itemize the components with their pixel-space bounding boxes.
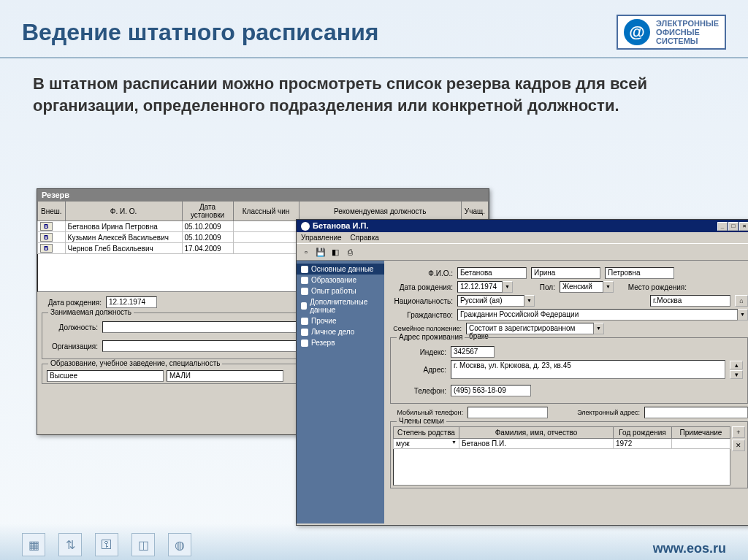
family-empty-area: [393, 449, 730, 486]
minimize-button[interactable]: _: [717, 222, 728, 231]
tool-icon[interactable]: ◧: [329, 245, 342, 258]
down-icon[interactable]: ▾: [730, 370, 743, 379]
dob-field[interactable]: 12.12.1974: [457, 281, 503, 293]
logo-line2: ОФИСНЫЕ: [656, 28, 719, 37]
col-uch[interactable]: Учащ.: [461, 202, 488, 221]
col-relation[interactable]: Степень родства: [394, 427, 459, 439]
menu-control[interactable]: Управление: [301, 234, 342, 242]
nav-reserve[interactable]: Резерв: [297, 337, 384, 348]
nav-other[interactable]: Прочие: [297, 315, 384, 326]
address-group: Адрес проживания Индекс: 342567 Адрес: г…: [390, 337, 748, 404]
plus-icon: [301, 302, 307, 310]
footer-icon-1: ▦: [22, 533, 45, 556]
reserve-title-bar[interactable]: Резерв: [37, 189, 489, 201]
cell-date: 17.04.2009: [182, 243, 233, 254]
col-ext[interactable]: Внеш.: [38, 202, 66, 221]
col-fio[interactable]: Фамилия, имя, отчество: [459, 427, 614, 439]
col-fio[interactable]: Ф. И. О.: [65, 202, 182, 221]
col-note[interactable]: Примечание: [672, 427, 730, 439]
footer-icon-4: ◫: [131, 533, 155, 556]
birthplace-label: Место рождения:: [624, 283, 687, 291]
add-row-icon[interactable]: +: [732, 426, 745, 438]
addr-label: Адрес:: [395, 366, 446, 374]
reserve-icon: [301, 340, 308, 347]
edu-school-field[interactable]: МАЛИ: [167, 370, 283, 382]
fio-label: Ф.И.О.:: [390, 269, 453, 277]
col-year[interactable]: Год рождения: [614, 427, 672, 439]
marital-field[interactable]: Состоит в зарегистрированном браке: [466, 323, 594, 334]
firstname-field[interactable]: Ирина: [531, 267, 600, 279]
save-icon[interactable]: 💾: [314, 245, 327, 258]
family-group: Члены семьи Степень родства Фамилия, имя…: [390, 421, 748, 488]
chevron-down-icon[interactable]: ▼: [738, 309, 748, 321]
chevron-down-icon[interactable]: ▼: [503, 281, 513, 293]
edu-icon: [301, 277, 308, 284]
cell-note: [672, 439, 730, 449]
person-title-bar[interactable]: Бетанова И.П. _ □ ×: [297, 220, 748, 232]
email-label: Электронный адрес:: [567, 409, 640, 416]
chevron-down-icon[interactable]: ▼: [524, 295, 535, 307]
home-icon[interactable]: ⌂: [735, 295, 748, 307]
chevron-down-icon[interactable]: ▼: [603, 281, 614, 293]
nav-tree[interactable]: Основные данные Образование Опыт работы …: [297, 261, 384, 523]
ext-button[interactable]: В: [40, 222, 53, 231]
delete-row-icon[interactable]: ✕: [732, 440, 745, 451]
addr-field[interactable]: г. Москва, ул. Крюкова, д. 23, кв.45: [451, 360, 725, 379]
edu-level-field[interactable]: Высшее: [47, 370, 164, 382]
nav-education[interactable]: Образование: [297, 275, 384, 285]
logo-line1: ЭЛЕКТРОННЫЕ: [656, 19, 719, 28]
nav-label: Образование: [311, 276, 356, 284]
index-field[interactable]: 342567: [451, 346, 495, 358]
doc-icon: [301, 266, 308, 273]
lastname-field[interactable]: Бетанова: [457, 267, 527, 279]
edu-group-title: Образование, учебное заведение, специаль…: [48, 359, 222, 367]
patronymic-field[interactable]: Петровна: [605, 267, 674, 279]
nav-label: Личное дело: [311, 328, 354, 336]
print-icon[interactable]: ⎙: [343, 245, 356, 258]
nav-personal-file[interactable]: Личное дело: [297, 326, 384, 337]
birthplace-field[interactable]: г.Москва: [650, 295, 730, 307]
nav-label: Опыт работы: [311, 287, 356, 295]
logo-text: ЭЛЕКТРОННЫЕ ОФИСНЫЕ СИСТЕМЫ: [656, 19, 719, 45]
cell-fio: Чернов Глеб Васильевич: [65, 243, 182, 254]
family-group-title: Члены семьи: [397, 417, 446, 425]
nat-field[interactable]: Русский (ая): [457, 295, 524, 307]
footer-icons: ▦ ⇅ ⚿ ◫ ◍: [22, 533, 191, 556]
col-pos[interactable]: Рекомендуемая должность: [299, 202, 461, 221]
nav-additional[interactable]: Дополнительные данные: [297, 296, 384, 315]
sex-field[interactable]: Женский: [560, 281, 603, 293]
chevron-down-icon[interactable]: ▼: [594, 323, 604, 334]
new-icon[interactable]: ▫: [299, 245, 313, 258]
menu-help[interactable]: Справка: [351, 234, 379, 242]
position-label: Должность:: [47, 323, 98, 331]
cell-date: 05.10.2009: [182, 221, 233, 232]
ext-button[interactable]: В: [40, 233, 53, 242]
col-chin[interactable]: Классный чин: [233, 202, 299, 221]
nav-experience[interactable]: Опыт работы: [297, 285, 384, 296]
cell-chin: [233, 221, 299, 232]
family-table[interactable]: Степень родства Фамилия, имя, отчество Г…: [393, 426, 730, 449]
col-date[interactable]: Дата установки: [182, 202, 233, 221]
email-field[interactable]: [644, 407, 748, 418]
slide-title: Ведение штатного расписания: [22, 19, 379, 46]
nav-main-data[interactable]: Основные данные: [297, 264, 384, 275]
up-icon[interactable]: ▴: [730, 361, 743, 369]
maximize-button[interactable]: □: [728, 222, 739, 231]
dob-field[interactable]: 12.12.1974: [106, 296, 157, 308]
folder-icon: [301, 318, 308, 325]
person-window: Бетанова И.П. _ □ × Управление Справка ▫…: [296, 219, 748, 526]
menu-bar: Управление Справка: [297, 232, 748, 243]
bag-icon: [301, 288, 308, 295]
ext-button[interactable]: В: [40, 244, 53, 253]
detail-pane: Ф.И.О.: Бетанова Ирина Петровна Дата рож…: [384, 261, 748, 523]
cit-label: Гражданство:: [390, 311, 453, 319]
table-row[interactable]: муж ▼ Бетанов П.И. 1972: [394, 439, 730, 449]
nav-label: Дополнительные данные: [310, 298, 380, 314]
phone-field[interactable]: (495) 563-18-09: [451, 385, 531, 396]
org-label: Организация:: [47, 342, 98, 350]
chevron-down-icon[interactable]: ▼: [451, 440, 457, 445]
cit-field[interactable]: Гражданин Российской Федерации: [457, 309, 738, 321]
nav-label: Прочие: [311, 317, 336, 325]
mobile-field[interactable]: [468, 407, 548, 418]
close-button[interactable]: ×: [739, 222, 748, 231]
